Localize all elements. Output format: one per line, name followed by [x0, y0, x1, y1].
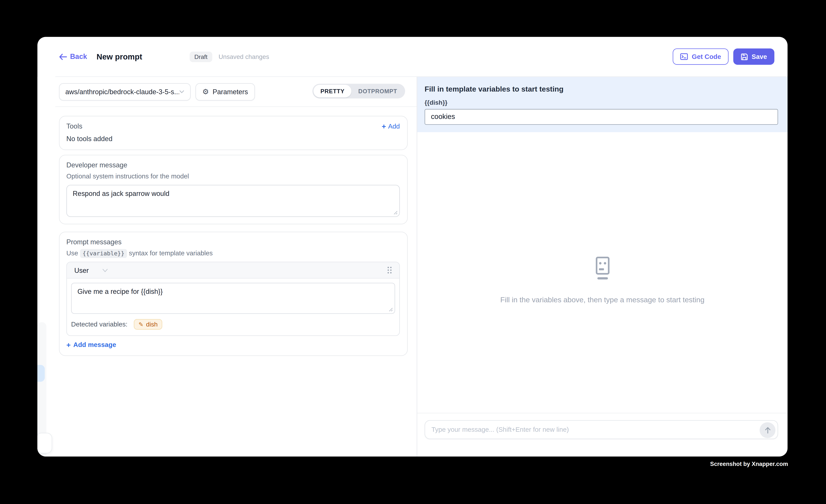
tools-empty-text: No tools added [66, 135, 400, 143]
toggle-dotprompt[interactable]: DOTPROMPT [351, 84, 404, 97]
editor-toolbar: aws/anthropic/bedrock-claude-3-5-s... ⚙ … [37, 76, 417, 107]
role-select-value: User [74, 266, 89, 274]
send-button[interactable] [760, 422, 775, 438]
chat-empty-state: Fill in the variables above, then type a… [417, 256, 787, 304]
robot-face-icon [592, 256, 613, 280]
chat-input-box [425, 420, 778, 439]
header-actions: Get Code Save [673, 49, 774, 65]
back-button[interactable]: Back [59, 53, 87, 61]
parameters-button[interactable]: ⚙ Parameters [195, 83, 255, 101]
toggle-pretty[interactable]: PRETTY [314, 84, 351, 97]
back-label: Back [70, 53, 87, 61]
add-tool-label: Add [388, 122, 400, 130]
sidebar-sliver-active-item[interactable] [37, 365, 45, 382]
add-tool-button[interactable]: + Add [381, 122, 400, 130]
developer-message-textarea[interactable]: Respond as jack sparrow would [67, 185, 399, 216]
screenshot-stage: Back New prompt Draft Unsaved changes Ge… [0, 0, 826, 504]
header: Back New prompt Draft Unsaved changes Ge… [37, 37, 787, 76]
status-badge: Draft [190, 51, 212, 62]
plus-icon: + [66, 341, 71, 349]
model-select[interactable]: aws/anthropic/bedrock-claude-3-5-s... [59, 83, 191, 101]
template-variables-title: Fill in template variables to start test… [425, 84, 778, 93]
terminal-icon [680, 53, 688, 60]
save-label: Save [752, 53, 767, 60]
prompt-messages-card: Prompt messages Use {{variable}} syntax … [59, 232, 408, 356]
variable-chip-name: dish [146, 321, 158, 328]
variable-name-label: {{dish}} [425, 99, 778, 106]
subtitle-suffix: syntax for template variables [129, 250, 213, 257]
add-message-label: Add message [73, 341, 116, 349]
prompt-messages-subtitle: Use {{variable}} syntax for template var… [66, 250, 400, 257]
get-code-label: Get Code [692, 53, 721, 60]
tools-title: Tools [66, 122, 82, 130]
save-button[interactable]: Save [733, 49, 774, 65]
chat-message-input[interactable] [431, 426, 755, 433]
message-textarea[interactable]: Give me a recipe for {{dish}} [72, 284, 395, 313]
resize-handle-icon[interactable] [393, 210, 398, 215]
gear-icon: ⚙ [202, 88, 209, 95]
message-block: User Give me a recipe for {{dish}} [66, 262, 400, 336]
message-field-wrap: Give me a recipe for {{dish}} [71, 283, 395, 314]
app-window: Back New prompt Draft Unsaved changes Ge… [37, 37, 787, 456]
variable-chip-dish[interactable]: ✎ dish [134, 319, 162, 330]
parameters-label: Parameters [213, 88, 248, 96]
developer-message-card: Developer message Optional system instru… [59, 155, 408, 224]
save-icon [741, 53, 748, 60]
chat-input-bar [417, 413, 787, 456]
arrow-up-icon [764, 427, 771, 434]
developer-message-field-wrap: Respond as jack sparrow would [66, 185, 400, 217]
tools-card: Tools + Add No tools added [59, 116, 408, 150]
prompt-messages-title: Prompt messages [66, 238, 400, 246]
editor-content: Tools + Add No tools added Developer mes… [37, 107, 417, 356]
chevron-down-icon [179, 90, 184, 93]
pencil-icon: ✎ [138, 321, 143, 327]
resize-handle-icon[interactable] [388, 307, 393, 312]
back-arrow-icon [59, 54, 67, 60]
sidebar-sliver-card [37, 433, 52, 453]
screenshot-credit: Screenshot by Xnapper.com [710, 461, 788, 467]
test-panel: Fill in template variables to start test… [417, 76, 787, 456]
detected-variables-label: Detected variables: [71, 321, 127, 328]
message-body: Give me a recipe for {{dish}} [67, 278, 399, 314]
developer-message-subtitle: Optional system instructions for the mod… [66, 173, 400, 180]
message-header: User [67, 262, 399, 278]
page-title: New prompt [97, 52, 142, 61]
role-chevron-down-icon[interactable] [103, 268, 108, 272]
get-code-button[interactable]: Get Code [673, 49, 728, 65]
prompt-editor-panel: aws/anthropic/bedrock-claude-3-5-s... ⚙ … [37, 76, 417, 456]
plus-icon: + [381, 122, 386, 130]
chat-empty-text: Fill in the variables above, then type a… [417, 295, 787, 304]
drag-handle-icon[interactable] [387, 266, 392, 274]
variable-syntax-chip: {{variable}} [80, 249, 127, 258]
toolbar-divider [55, 106, 417, 107]
detected-variables-row: Detected variables: ✎ dish [67, 314, 399, 335]
chat-area: Fill in the variables above, then type a… [417, 132, 787, 413]
subtitle-prefix: Use [66, 250, 78, 257]
add-message-button[interactable]: + Add message [66, 341, 400, 349]
variable-value-input[interactable] [425, 109, 778, 124]
view-toggle: PRETTY DOTPROMPT [312, 83, 405, 98]
template-variables-panel: Fill in template variables to start test… [417, 76, 787, 132]
unsaved-changes-text: Unsaved changes [219, 53, 269, 60]
developer-message-title: Developer message [66, 161, 400, 169]
model-select-value: aws/anthropic/bedrock-claude-3-5-s... [65, 88, 179, 96]
